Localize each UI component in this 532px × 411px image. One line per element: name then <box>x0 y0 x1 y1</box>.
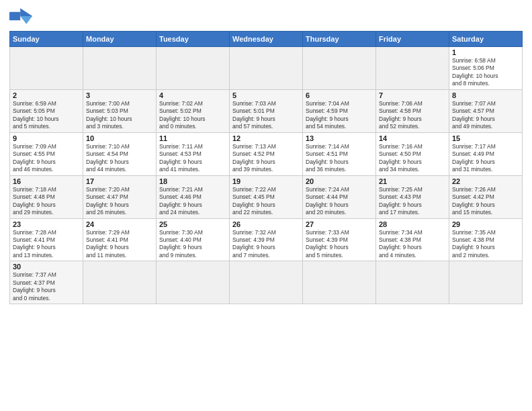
calendar-cell <box>157 47 230 90</box>
day-number: 18 <box>159 177 226 185</box>
day-info: Sunrise: 7:02 AM Sunset: 5:02 PM Dayligh… <box>159 100 226 131</box>
day-info: Sunrise: 7:34 AM Sunset: 4:38 PM Dayligh… <box>379 229 446 260</box>
day-number: 6 <box>306 91 373 99</box>
day-info: Sunrise: 7:17 AM Sunset: 4:49 PM Dayligh… <box>452 143 519 174</box>
calendar-cell: 11Sunrise: 7:11 AM Sunset: 4:53 PM Dayli… <box>157 132 230 175</box>
day-info: Sunrise: 7:09 AM Sunset: 4:55 PM Dayligh… <box>13 143 80 174</box>
calendar-cell: 12Sunrise: 7:13 AM Sunset: 4:52 PM Dayli… <box>230 132 303 175</box>
calendar-cell: 10Sunrise: 7:10 AM Sunset: 4:54 PM Dayli… <box>83 132 157 175</box>
day-number: 19 <box>232 177 300 185</box>
page-header <box>9 7 523 26</box>
day-info: Sunrise: 7:29 AM Sunset: 4:41 PM Dayligh… <box>86 229 153 260</box>
logo <box>9 7 36 26</box>
day-info: Sunrise: 7:25 AM Sunset: 4:43 PM Dayligh… <box>379 186 446 217</box>
day-number: 15 <box>452 134 519 142</box>
day-number: 1 <box>452 48 519 56</box>
day-info: Sunrise: 7:20 AM Sunset: 4:47 PM Dayligh… <box>86 186 153 217</box>
calendar-cell: 26Sunrise: 7:32 AM Sunset: 4:39 PM Dayli… <box>230 218 303 261</box>
calendar-cell: 21Sunrise: 7:25 AM Sunset: 4:43 PM Dayli… <box>376 175 449 218</box>
calendar-cell: 4Sunrise: 7:02 AM Sunset: 5:02 PM Daylig… <box>157 89 230 132</box>
day-number: 23 <box>13 220 80 228</box>
day-number: 9 <box>13 134 80 142</box>
day-number: 5 <box>232 91 300 99</box>
calendar-cell: 28Sunrise: 7:34 AM Sunset: 4:38 PM Dayli… <box>376 218 449 261</box>
day-number: 14 <box>379 134 446 142</box>
weekday-header-friday: Friday <box>376 32 449 47</box>
calendar-cell: 23Sunrise: 7:28 AM Sunset: 4:41 PM Dayli… <box>10 218 83 261</box>
calendar-week-row: 16Sunrise: 7:18 AM Sunset: 4:48 PM Dayli… <box>10 175 523 218</box>
day-number: 8 <box>452 91 519 99</box>
calendar-week-row: 23Sunrise: 7:28 AM Sunset: 4:41 PM Dayli… <box>10 218 523 261</box>
calendar-cell: 8Sunrise: 7:07 AM Sunset: 4:57 PM Daylig… <box>449 89 523 132</box>
day-number: 26 <box>232 220 300 228</box>
calendar-cell: 20Sunrise: 7:24 AM Sunset: 4:44 PM Dayli… <box>303 175 376 218</box>
calendar-cell <box>376 261 449 304</box>
calendar-cell: 13Sunrise: 7:14 AM Sunset: 4:51 PM Dayli… <box>303 132 376 175</box>
day-info: Sunrise: 6:58 AM Sunset: 5:06 PM Dayligh… <box>452 57 519 88</box>
weekday-header-row: SundayMondayTuesdayWednesdayThursdayFrid… <box>10 32 523 47</box>
svg-rect-0 <box>9 12 20 21</box>
day-number: 27 <box>306 220 373 228</box>
calendar-cell <box>83 261 157 304</box>
calendar-cell <box>303 47 376 90</box>
calendar-cell: 6Sunrise: 7:04 AM Sunset: 4:59 PM Daylig… <box>303 89 376 132</box>
calendar-week-row: 9Sunrise: 7:09 AM Sunset: 4:55 PM Daylig… <box>10 132 523 175</box>
day-number: 22 <box>452 177 519 185</box>
day-number: 11 <box>159 134 226 142</box>
calendar-cell: 29Sunrise: 7:35 AM Sunset: 4:38 PM Dayli… <box>449 218 523 261</box>
weekday-header-saturday: Saturday <box>449 32 523 47</box>
day-number: 30 <box>13 263 80 271</box>
day-info: Sunrise: 7:11 AM Sunset: 4:53 PM Dayligh… <box>159 143 226 174</box>
calendar-cell: 18Sunrise: 7:21 AM Sunset: 4:46 PM Dayli… <box>157 175 230 218</box>
calendar-cell: 16Sunrise: 7:18 AM Sunset: 4:48 PM Dayli… <box>10 175 83 218</box>
calendar-cell: 22Sunrise: 7:26 AM Sunset: 4:42 PM Dayli… <box>449 175 523 218</box>
calendar-week-row: 2Sunrise: 6:59 AM Sunset: 5:05 PM Daylig… <box>10 89 523 132</box>
weekday-header-wednesday: Wednesday <box>230 32 303 47</box>
day-number: 12 <box>232 134 300 142</box>
day-number: 24 <box>86 220 153 228</box>
day-number: 10 <box>86 134 153 142</box>
calendar-cell <box>10 47 83 90</box>
calendar-cell: 2Sunrise: 6:59 AM Sunset: 5:05 PM Daylig… <box>10 89 83 132</box>
calendar-cell: 24Sunrise: 7:29 AM Sunset: 4:41 PM Dayli… <box>83 218 157 261</box>
day-number: 13 <box>306 134 373 142</box>
day-info: Sunrise: 7:37 AM Sunset: 4:37 PM Dayligh… <box>13 271 80 302</box>
svg-marker-2 <box>20 16 32 24</box>
day-info: Sunrise: 7:26 AM Sunset: 4:42 PM Dayligh… <box>452 186 519 217</box>
day-number: 28 <box>379 220 446 228</box>
day-info: Sunrise: 7:33 AM Sunset: 4:39 PM Dayligh… <box>306 229 373 260</box>
calendar-cell: 19Sunrise: 7:22 AM Sunset: 4:45 PM Dayli… <box>230 175 303 218</box>
weekday-header-tuesday: Tuesday <box>157 32 230 47</box>
day-info: Sunrise: 7:00 AM Sunset: 5:03 PM Dayligh… <box>86 100 153 131</box>
day-info: Sunrise: 7:07 AM Sunset: 4:57 PM Dayligh… <box>452 100 519 131</box>
day-info: Sunrise: 7:06 AM Sunset: 4:58 PM Dayligh… <box>379 100 446 131</box>
calendar-cell: 30Sunrise: 7:37 AM Sunset: 4:37 PM Dayli… <box>10 261 83 304</box>
calendar-week-row: 30Sunrise: 7:37 AM Sunset: 4:37 PM Dayli… <box>10 261 523 304</box>
day-info: Sunrise: 7:21 AM Sunset: 4:46 PM Dayligh… <box>159 186 226 217</box>
day-info: Sunrise: 7:14 AM Sunset: 4:51 PM Dayligh… <box>306 143 373 174</box>
calendar-cell: 9Sunrise: 7:09 AM Sunset: 4:55 PM Daylig… <box>10 132 83 175</box>
calendar-cell: 7Sunrise: 7:06 AM Sunset: 4:58 PM Daylig… <box>376 89 449 132</box>
day-number: 3 <box>86 91 153 99</box>
calendar-cell <box>230 47 303 90</box>
calendar-cell <box>83 47 157 90</box>
day-number: 17 <box>86 177 153 185</box>
weekday-header-sunday: Sunday <box>10 32 83 47</box>
calendar-cell <box>230 261 303 304</box>
day-info: Sunrise: 7:32 AM Sunset: 4:39 PM Dayligh… <box>232 229 300 260</box>
day-info: Sunrise: 7:13 AM Sunset: 4:52 PM Dayligh… <box>232 143 300 174</box>
day-info: Sunrise: 7:16 AM Sunset: 4:50 PM Dayligh… <box>379 143 446 174</box>
day-number: 21 <box>379 177 446 185</box>
day-number: 25 <box>159 220 226 228</box>
calendar-cell: 27Sunrise: 7:33 AM Sunset: 4:39 PM Dayli… <box>303 218 376 261</box>
day-number: 7 <box>379 91 446 99</box>
calendar-cell: 3Sunrise: 7:00 AM Sunset: 5:03 PM Daylig… <box>83 89 157 132</box>
day-info: Sunrise: 7:10 AM Sunset: 4:54 PM Dayligh… <box>86 143 153 174</box>
calendar-cell: 5Sunrise: 7:03 AM Sunset: 5:01 PM Daylig… <box>230 89 303 132</box>
calendar-table: SundayMondayTuesdayWednesdayThursdayFrid… <box>9 31 523 304</box>
day-info: Sunrise: 7:35 AM Sunset: 4:38 PM Dayligh… <box>452 229 519 260</box>
day-info: Sunrise: 7:22 AM Sunset: 4:45 PM Dayligh… <box>232 186 300 217</box>
calendar-cell: 17Sunrise: 7:20 AM Sunset: 4:47 PM Dayli… <box>83 175 157 218</box>
day-info: Sunrise: 6:59 AM Sunset: 5:05 PM Dayligh… <box>13 100 80 131</box>
calendar-week-row: 1Sunrise: 6:58 AM Sunset: 5:06 PM Daylig… <box>10 47 523 90</box>
